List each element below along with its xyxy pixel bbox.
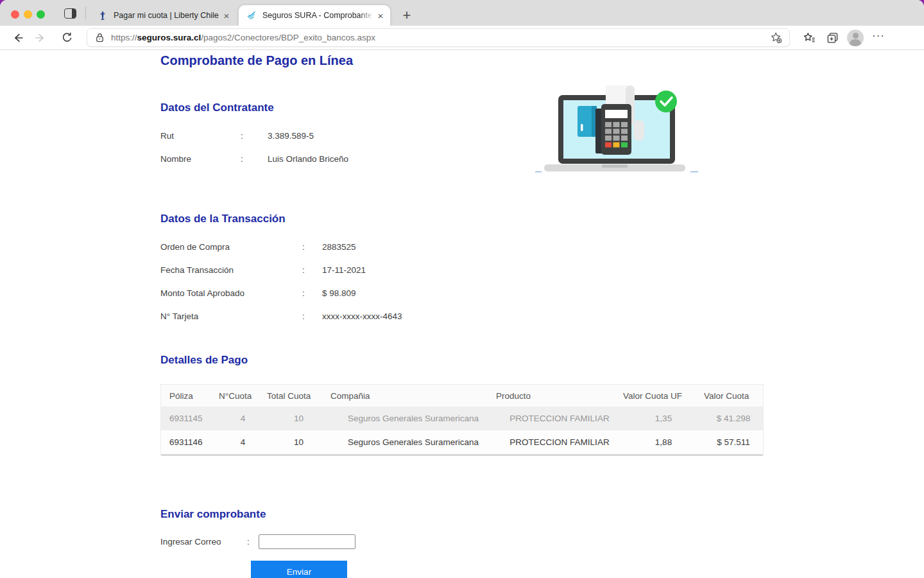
col-header-compania: Compañia — [330, 391, 496, 401]
tab-close-icon[interactable]: × — [219, 10, 234, 21]
tab-actions-icon[interactable] — [64, 8, 76, 19]
field-separator: : — [241, 131, 268, 141]
field-label: N° Tarjeta — [160, 311, 302, 321]
address-bar[interactable]: https://seguros.sura.cl/pagos2/Conectore… — [87, 28, 790, 47]
settings-menu-button[interactable]: ··· — [867, 28, 890, 48]
info-row-orden: Orden de Compra : 2883525 — [160, 235, 402, 258]
section-heading-enviar: Enviar comprobante — [160, 508, 266, 521]
info-row-monto: Monto Total Aprobado : $ 98.809 — [160, 281, 402, 304]
info-row-nombre: Nombre : Luis Orlando Briceño — [160, 147, 348, 170]
info-row-fecha: Fecha Transacción : 17-11-2021 — [160, 258, 402, 281]
col-header-poliza: Póliza — [161, 391, 219, 401]
tab-title: Pagar mi cuota | Liberty Chile — [114, 11, 219, 20]
page-content: Comprobante de Pago en Línea — [0, 50, 924, 578]
field-separator: : — [302, 242, 322, 252]
tab-bar: Pagar mi cuota | Liberty Chile × Seguros… — [0, 0, 924, 26]
url-text[interactable]: https://seguros.sura.cl/pagos2/Conectore… — [111, 33, 770, 42]
field-label: Monto Total Aprobado — [160, 288, 302, 298]
field-value: 2883525 — [322, 242, 402, 252]
add-favorite-icon[interactable] — [770, 31, 783, 44]
field-label: Nombre — [160, 154, 241, 164]
zoom-window-button[interactable] — [37, 10, 45, 19]
profile-button[interactable] — [844, 28, 867, 48]
cell-ncuota: 4 — [219, 437, 267, 447]
cell-valor-cuota-uf: 1,88 — [623, 437, 704, 447]
browser-toolbar: https://seguros.sura.cl/pagos2/Conectore… — [0, 26, 924, 50]
cell-valor-cuota-uf: 1,35 — [623, 414, 704, 423]
email-label: Ingresar Correo — [160, 537, 247, 547]
field-label: Fecha Transacción — [160, 265, 302, 275]
table-header-row: Póliza N°Cuota Total Cuota Compañia Prod… — [161, 385, 763, 407]
col-header-valor-cuota-uf: Valor Cuota UF — [623, 391, 704, 401]
cell-total-cuota: 10 — [267, 437, 330, 447]
collections-button[interactable] — [821, 28, 844, 48]
contratante-rows: Rut : 3.389.589-5 Nombre : Luis Orlando … — [160, 124, 348, 170]
collections-icon — [826, 31, 839, 44]
section-heading-transaccion: Datos de la Transacción — [160, 213, 286, 225]
info-row-tarjeta: N° Tarjeta : xxxx-xxxx-xxxx-4643 — [160, 304, 402, 328]
table-row: 6931145 4 10 Seguros Generales Surameric… — [161, 407, 763, 430]
refresh-icon — [61, 31, 73, 44]
col-header-ncuota: N°Cuota — [219, 391, 267, 401]
email-input[interactable] — [259, 534, 355, 549]
field-value: Luis Orlando Briceño — [268, 154, 348, 164]
refresh-button[interactable] — [56, 28, 78, 48]
url-domain: seguros.sura.cl — [137, 33, 201, 42]
email-row: Ingresar Correo : — [160, 530, 355, 553]
field-value: 3.389.589-5 — [268, 131, 348, 141]
liberty-favicon — [98, 10, 108, 21]
field-separator: : — [302, 265, 322, 275]
col-header-total-cuota: Total Cuota — [267, 391, 330, 401]
field-value: $ 98.809 — [322, 288, 402, 298]
cell-poliza: 6931145 — [161, 414, 219, 423]
send-button[interactable]: Enviar — [251, 561, 347, 578]
field-label: Rut — [160, 131, 241, 141]
ellipsis-icon: ··· — [872, 30, 885, 46]
cell-valor-cuota: $ 41.298 — [704, 414, 763, 423]
tab-separator — [85, 7, 86, 19]
cell-valor-cuota: $ 57.511 — [704, 437, 763, 447]
avatar — [847, 30, 864, 46]
traffic-lights — [11, 10, 45, 19]
field-label: Orden de Compra — [160, 242, 302, 252]
tab-liberty-chile[interactable]: Pagar mi cuota | Liberty Chile × — [90, 5, 236, 26]
table-row: 6931146 4 10 Seguros Generales Surameric… — [161, 430, 763, 454]
transaccion-rows: Orden de Compra : 2883525 Fecha Transacc… — [160, 235, 402, 328]
field-separator: : — [241, 154, 268, 164]
page-title: Comprobante de Pago en Línea — [160, 53, 353, 68]
tab-seguros-sura[interactable]: Seguros SURA - Comprobante × — [239, 5, 390, 26]
back-button[interactable] — [7, 28, 29, 48]
field-separator: : — [302, 288, 322, 298]
cell-poliza: 6931146 — [161, 437, 219, 447]
lock-icon — [95, 32, 105, 43]
tab-close-icon[interactable]: × — [373, 10, 388, 21]
tab-title: Seguros SURA - Comprobante — [262, 11, 373, 20]
table-bottom-edge — [161, 454, 763, 456]
url-scheme: https:// — [111, 33, 137, 42]
close-window-button[interactable] — [11, 10, 19, 19]
section-heading-detalles: Detalles de Pago — [160, 354, 248, 367]
minimize-window-button[interactable] — [24, 10, 32, 19]
cell-total-cuota: 10 — [267, 414, 330, 423]
cell-producto: PROTECCION FAMILIAR — [496, 437, 623, 447]
info-row-rut: Rut : 3.389.589-5 — [160, 124, 348, 147]
payment-details-table: Póliza N°Cuota Total Cuota Compañia Prod… — [160, 384, 764, 456]
back-arrow-icon — [12, 32, 24, 44]
sura-favicon — [246, 10, 257, 21]
cell-producto: PROTECCION FAMILIAR — [496, 414, 623, 423]
browser-window: Pagar mi cuota | Liberty Chile × Seguros… — [0, 0, 924, 578]
field-value: 17-11-2021 — [322, 265, 402, 275]
col-header-producto: Producto — [496, 391, 623, 401]
url-path: /pagos2/Conectores/BDP_exito_bancos.aspx — [201, 33, 375, 42]
section-heading-contratante: Datos del Contratante — [160, 101, 274, 114]
cell-ncuota: 4 — [219, 414, 267, 423]
cell-compania: Seguros Generales Suramericana — [330, 437, 496, 447]
field-separator: : — [247, 537, 259, 547]
col-header-valor-cuota: Valor Cuota — [704, 391, 763, 401]
favorites-star-icon — [803, 31, 816, 44]
forward-button[interactable] — [29, 28, 51, 48]
payment-success-illustration — [526, 80, 706, 180]
field-value: xxxx-xxxx-xxxx-4643 — [322, 311, 402, 321]
favorites-button[interactable] — [798, 28, 821, 48]
new-tab-button[interactable]: + — [397, 5, 417, 26]
